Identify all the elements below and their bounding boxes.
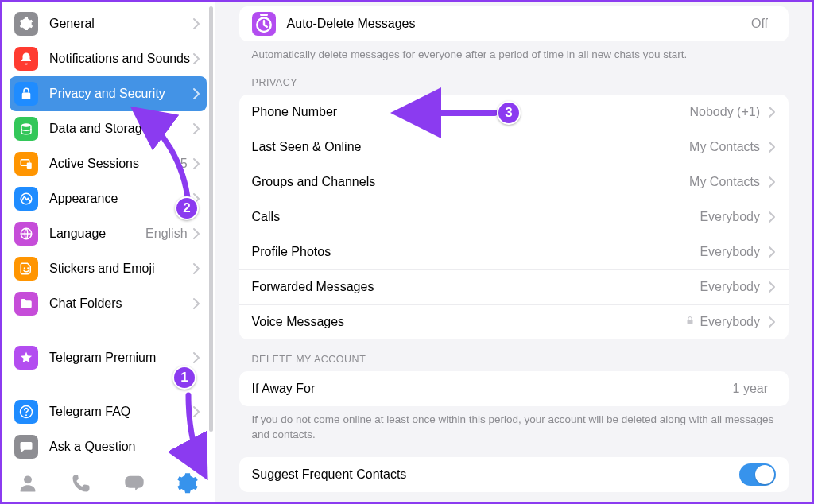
chevron-right-icon	[192, 440, 200, 453]
svg-point-7	[27, 267, 29, 269]
svg-point-10	[25, 475, 33, 483]
row-label: Groups and Channels	[252, 175, 690, 189]
chevron-right-icon	[192, 122, 200, 135]
chevron-right-icon	[768, 106, 776, 118]
sidebar-item-folders[interactable]: Chat Folders	[10, 286, 207, 321]
sidebar-item-sessions[interactable]: Active Sessions5	[10, 146, 207, 181]
question-icon	[14, 400, 38, 424]
row-privacy-photos[interactable]: Profile PhotosEverybody	[239, 235, 789, 269]
sidebar-item-appearance[interactable]: Appearance	[10, 181, 207, 216]
row-suggest-frequent[interactable]: Suggest Frequent Contacts	[239, 457, 789, 492]
row-label: Voice Messages	[252, 315, 686, 329]
sidebar-item-data[interactable]: Data and Storage	[10, 111, 207, 146]
chevron-right-icon	[768, 316, 776, 328]
suggest-card: Suggest Frequent Contacts	[239, 457, 789, 492]
section-header-delete: DELETE MY ACCOUNT	[239, 339, 789, 371]
sessions-icon	[14, 152, 38, 176]
row-value: Everybody	[700, 280, 760, 294]
row-value: My Contacts	[689, 175, 760, 189]
privacy-card: Phone NumberNobody (+1)Last Seen & Onlin…	[239, 95, 789, 339]
chevron-right-icon	[768, 141, 776, 153]
chevron-right-icon	[192, 52, 200, 65]
sidebar-item-label: Language	[49, 227, 145, 241]
chevron-right-icon	[192, 227, 200, 240]
row-label: Phone Number	[252, 105, 690, 119]
sidebar-scrollbar-thumb[interactable]	[209, 6, 213, 432]
sidebar-item-label: Ask a Question	[49, 440, 192, 454]
toggle-suggest-frequent[interactable]	[739, 463, 776, 486]
settings-list: GeneralNotifications and SoundsPrivacy a…	[2, 2, 215, 463]
row-privacy-groups[interactable]: Groups and ChannelsMy Contacts	[239, 165, 789, 200]
sidebar-item-privacy[interactable]: Privacy and Security	[10, 76, 207, 111]
row-value: Everybody	[700, 315, 760, 329]
row-label: Profile Photos	[252, 245, 700, 259]
sidebar-item-notifications[interactable]: Notifications and Sounds	[10, 41, 207, 76]
sidebar-item-label: Telegram FAQ	[49, 405, 192, 419]
tab-contacts[interactable]	[12, 467, 44, 499]
sidebar-item-label: Notifications and Sounds	[49, 52, 192, 66]
bell-icon	[14, 47, 38, 71]
sidebar-item-label: General	[49, 17, 192, 31]
row-value: 1 year	[733, 382, 768, 396]
sidebar-item-value: 5	[180, 157, 188, 171]
sidebar-item-value: English	[145, 227, 187, 241]
row-if-away-for[interactable]: If Away For 1 year	[239, 371, 789, 406]
chevron-right-icon	[192, 262, 200, 275]
gear-icon	[14, 12, 38, 36]
folder-icon	[14, 292, 38, 316]
globe-icon	[14, 222, 38, 246]
bottom-tab-bar	[2, 463, 215, 502]
chevron-right-icon	[192, 351, 200, 364]
chevron-right-icon	[192, 192, 200, 205]
row-value: Off	[751, 17, 768, 31]
timer-icon	[252, 12, 276, 36]
row-value: Nobody (+1)	[690, 105, 761, 119]
sidebar-item-label: Stickers and Emoji	[49, 262, 192, 276]
auto-delete-card: Auto-Delete Messages Off	[239, 6, 789, 41]
chevron-right-icon	[192, 405, 200, 418]
storage-icon	[14, 117, 38, 141]
appearance-icon	[14, 187, 38, 211]
row-privacy-forwarded[interactable]: Forwarded MessagesEverybody	[239, 269, 789, 304]
row-value: My Contacts	[689, 140, 760, 154]
chevron-right-icon	[768, 211, 776, 223]
row-privacy-lastseen[interactable]: Last Seen & OnlineMy Contacts	[239, 130, 789, 165]
sidebar-item-general[interactable]: General	[10, 6, 207, 41]
sidebar-item-ask[interactable]: Ask a Question	[10, 429, 207, 463]
chevron-right-icon	[768, 281, 776, 293]
sidebar-item-label: Active Sessions	[49, 157, 180, 171]
svg-rect-0	[22, 93, 31, 99]
row-privacy-calls[interactable]: CallsEverybody	[239, 200, 789, 235]
chevron-right-icon	[768, 176, 776, 188]
lock-icon	[14, 82, 38, 106]
row-auto-delete[interactable]: Auto-Delete Messages Off	[239, 6, 789, 41]
sidebar-item-label: Chat Folders	[49, 297, 192, 311]
row-label: Auto-Delete Messages	[287, 17, 751, 31]
tab-settings[interactable]	[172, 467, 204, 499]
row-privacy-phone[interactable]: Phone NumberNobody (+1)	[239, 95, 789, 130]
auto-delete-footer: Automatically delete messages for everyo…	[239, 41, 789, 63]
row-value: Everybody	[700, 245, 760, 259]
svg-rect-12	[688, 320, 693, 324]
sidebar-item-label: Privacy and Security	[49, 87, 192, 101]
section-header-privacy: PRIVACY	[239, 63, 789, 95]
delete-card: If Away For 1 year	[239, 371, 789, 406]
svg-point-9	[25, 414, 27, 416]
row-label: If Away For	[252, 382, 733, 396]
row-label: Forwarded Messages	[252, 280, 700, 294]
settings-sidebar: GeneralNotifications and SoundsPrivacy a…	[2, 2, 215, 502]
star-icon	[14, 346, 38, 370]
delete-footer: If you do not come online at least once …	[239, 406, 789, 443]
svg-rect-3	[27, 163, 32, 169]
chevron-right-icon	[192, 17, 200, 30]
row-privacy-voice[interactable]: Voice MessagesEverybody	[239, 304, 789, 339]
sidebar-item-stickers[interactable]: Stickers and Emoji	[10, 251, 207, 286]
svg-point-1	[21, 123, 31, 127]
sidebar-item-language[interactable]: LanguageEnglish	[10, 216, 207, 251]
tab-chats[interactable]	[118, 467, 150, 499]
row-label: Calls	[252, 210, 700, 224]
lock-icon	[685, 315, 695, 329]
tab-calls[interactable]	[65, 467, 97, 499]
sidebar-item-premium[interactable]: Telegram Premium	[10, 340, 207, 375]
sidebar-item-faq[interactable]: Telegram FAQ	[10, 394, 207, 429]
